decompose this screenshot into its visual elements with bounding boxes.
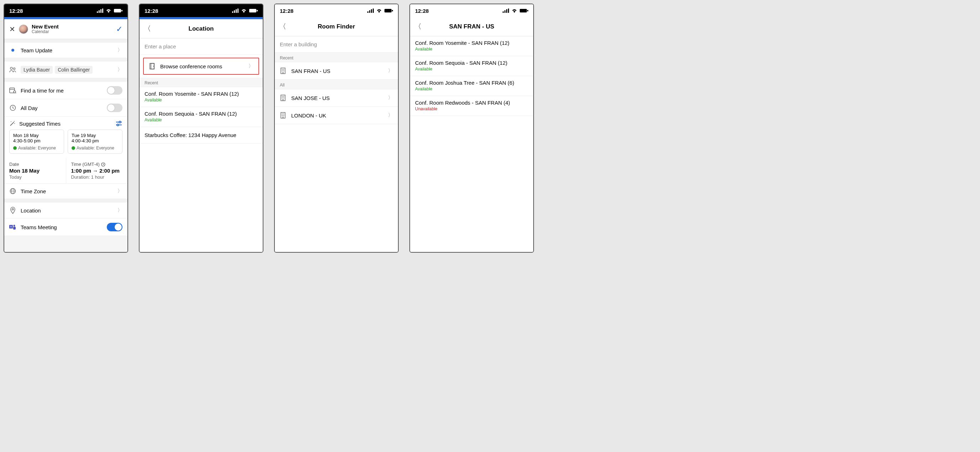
svg-rect-54 (283, 97, 284, 98)
svg-text:T: T (10, 225, 12, 229)
date-value: Mon 18 May (9, 168, 61, 173)
svg-rect-61 (283, 116, 283, 118)
back-icon[interactable]: 〈 (144, 24, 151, 33)
date-column[interactable]: Date Mon 18 May Today (4, 158, 66, 183)
building-icon (280, 67, 286, 75)
status-indicators (368, 8, 393, 13)
room-name: Conf. Room Joshua Tree - SAN FRAN (6) (415, 80, 528, 86)
room-row[interactable]: Conf. Room Sequoia - SAN FRAN (12) Avail… (140, 107, 263, 127)
status-bar: 12:28 (140, 4, 263, 17)
building-row[interactable]: LONDON - UK 〉 (275, 107, 398, 124)
event-title-row[interactable]: Team Update 〉 (4, 43, 127, 58)
header: 〈 SAN FRAN - US (410, 17, 533, 36)
chevron-right-icon: 〉 (388, 68, 393, 74)
status-bar: 12:28 (275, 4, 398, 17)
browse-conference-rooms-row[interactable]: Browse conference rooms 〉 (144, 58, 258, 74)
room-row[interactable]: Conf. Room Yosemite - SAN FRAN (12) Avai… (140, 87, 263, 107)
find-time-toggle[interactable] (107, 86, 123, 95)
teams-meeting-toggle[interactable] (107, 223, 123, 231)
wifi-icon (511, 8, 518, 13)
chevron-right-icon: 〉 (118, 188, 123, 194)
building-name: SAN FRAN - US (291, 68, 383, 74)
location-row[interactable]: Location 〉 (4, 202, 127, 218)
svg-rect-29 (232, 11, 233, 13)
close-icon[interactable]: ✕ (9, 25, 15, 33)
wifi-icon (376, 8, 382, 13)
room-name: Conf. Room Yosemite - SAN FRAN (12) (145, 91, 258, 97)
suggested-time-card[interactable]: Mon 18 May 4:30-5:00 pm Available: Every… (9, 129, 64, 154)
find-time-row[interactable]: Find a time for me (4, 82, 127, 99)
confirm-icon[interactable]: ✓ (116, 25, 123, 34)
svg-point-13 (11, 121, 11, 122)
time-column[interactable]: Time (GMT-4) 1:00 pm→2:00 pm Duration: 1… (66, 158, 128, 183)
svg-rect-0 (97, 11, 98, 13)
date-time-row[interactable]: Date Mon 18 May Today Time (GMT-4) 1:00 … (4, 158, 127, 184)
svg-rect-43 (392, 10, 393, 11)
svg-point-17 (119, 121, 121, 123)
place-search-input[interactable] (140, 38, 263, 55)
chevron-right-icon: 〉 (388, 95, 393, 101)
all-day-label: All Day (21, 105, 102, 111)
all-day-row[interactable]: All Day (4, 99, 127, 117)
attendee-chip: Colin Ballinger (55, 66, 92, 74)
svg-rect-67 (527, 10, 528, 11)
all-day-toggle[interactable] (107, 103, 123, 112)
teams-meeting-row[interactable]: T Teams Meeting (4, 218, 127, 236)
suggested-date: Tue 19 May (72, 133, 119, 138)
suggested-times-section: Suggested Times Mon 18 May 4:30-5:00 pm … (4, 117, 127, 158)
svg-rect-5 (121, 10, 123, 11)
building-row[interactable]: SAN JOSE - US 〉 (275, 89, 398, 107)
attendees-list: Lydia Bauer Colin Ballinger (21, 66, 113, 74)
chevron-right-icon: 〉 (118, 67, 123, 73)
timezone-label: Time Zone (21, 188, 113, 194)
room-row[interactable]: Conf. Room Sequoia - SAN FRAN (12) Avail… (410, 56, 533, 76)
svg-rect-55 (283, 99, 283, 101)
room-status: Available (145, 97, 258, 102)
available-dot-icon (13, 146, 17, 150)
building-search-input[interactable] (275, 36, 398, 53)
svg-point-24 (12, 208, 14, 210)
svg-point-19 (117, 124, 119, 126)
building-row[interactable]: SAN FRAN - US 〉 (275, 62, 398, 80)
building-icon (280, 112, 286, 119)
back-icon[interactable]: 〈 (414, 22, 422, 31)
room-name: Conf. Room Sequoia - SAN FRAN (12) (145, 111, 258, 117)
wand-icon (9, 120, 16, 127)
room-row[interactable]: Conf. Room Redwoods - SAN FRAN (4) Unava… (410, 96, 533, 116)
chevron-right-icon: 〉 (248, 63, 253, 69)
people-icon (9, 67, 16, 73)
back-icon[interactable]: 〈 (279, 22, 286, 31)
signal-icon (232, 8, 239, 13)
status-time: 12:28 (145, 8, 158, 14)
header-title: Room Finder (275, 23, 398, 30)
svg-rect-31 (235, 9, 237, 13)
room-row[interactable]: Conf. Room Yosemite - SAN FRAN (12) Avai… (410, 36, 533, 56)
svg-rect-65 (508, 8, 509, 13)
calendar-color-dot (11, 49, 14, 52)
svg-point-37 (153, 66, 154, 67)
attendees-row[interactable]: Lydia Bauer Colin Ballinger 〉 (4, 62, 127, 78)
date-sub: Today (9, 174, 61, 180)
find-time-label: Find a time for me (21, 88, 102, 94)
room-name: Conf. Room Sequoia - SAN FRAN (12) (415, 60, 528, 66)
location-label: Location (21, 207, 113, 213)
location-pin-icon (9, 207, 16, 214)
signal-icon (368, 8, 374, 13)
room-row[interactable]: Conf. Room Joshua Tree - SAN FRAN (6) Av… (410, 76, 533, 96)
recent-place-row[interactable]: Starbucks Coffee: 1234 Happy Avenue (140, 127, 263, 143)
clock-icon (9, 105, 16, 111)
svg-rect-57 (282, 113, 283, 114)
suggested-time: 4:00-4:30 pm (72, 138, 119, 143)
timezone-row[interactable]: Time Zone 〉 (4, 184, 127, 199)
header: 〈 Location (140, 19, 263, 38)
svg-rect-64 (506, 9, 507, 13)
header-title: SAN FRAN - US (410, 23, 533, 30)
svg-rect-60 (283, 115, 284, 116)
status-time: 12:28 (415, 8, 429, 14)
chevron-right-icon: 〉 (388, 112, 393, 118)
svg-line-11 (15, 92, 16, 93)
suggested-time-card[interactable]: Tue 19 May 4:00-4:30 pm Available: Every… (68, 129, 123, 154)
svg-rect-34 (257, 10, 258, 11)
filter-icon[interactable] (115, 121, 123, 126)
signal-icon (97, 8, 103, 13)
